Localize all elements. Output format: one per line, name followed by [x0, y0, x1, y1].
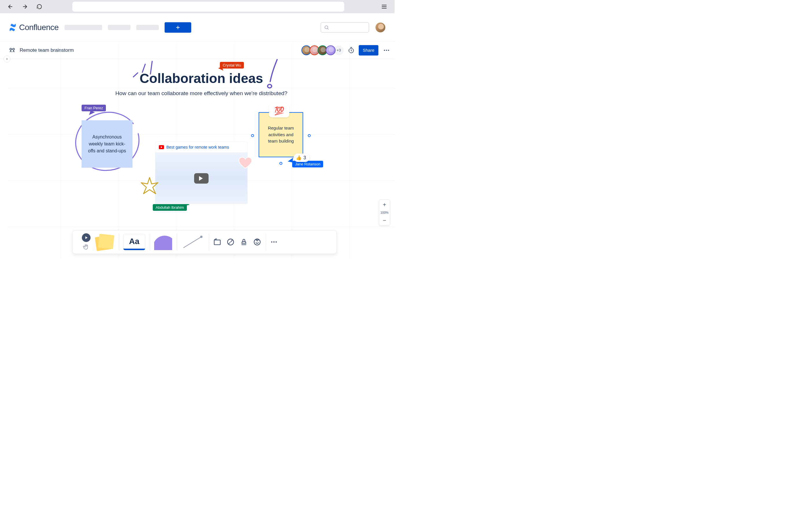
chevron-right-icon	[5, 57, 9, 61]
pointer-tool[interactable]	[82, 233, 91, 242]
confluence-logo[interactable]: Confluence	[9, 23, 59, 32]
browser-menu-button[interactable]	[379, 2, 389, 11]
smart-section-icon[interactable]	[227, 238, 234, 246]
thumbs-up-icon: 👍	[296, 155, 302, 161]
board-subtitle[interactable]: How can our team collaborate more effect…	[115, 90, 288, 97]
hundred-sticker[interactable]: 💯	[269, 104, 289, 117]
svg-point-0	[325, 26, 328, 29]
sticky-note-yellow-selected[interactable]: 💯 Regular team activities and team build…	[259, 112, 303, 157]
svg-point-13	[254, 239, 260, 245]
video-title: Best games for remote work teams	[166, 145, 229, 149]
confluence-wordmark: Confluence	[19, 23, 59, 32]
stamp-tool-icon[interactable]	[240, 238, 248, 246]
selection-handle[interactable]	[279, 162, 282, 165]
search-icon	[324, 25, 329, 30]
reaction-count: 3	[304, 155, 306, 161]
selection-handle[interactable]	[308, 134, 311, 137]
sticky-note-tool[interactable]	[96, 234, 114, 250]
star-decoration	[140, 176, 160, 196]
browser-forward-button[interactable]	[20, 2, 30, 11]
nav-placeholder	[136, 25, 159, 30]
svg-point-16	[275, 242, 277, 243]
browser-reload-button[interactable]	[35, 2, 44, 11]
board-title[interactable]: Collaboration ideas	[140, 70, 263, 86]
exclamation-decoration	[266, 58, 280, 90]
sticky-note-blue[interactable]: Asynchronous weekly team kick-offs and s…	[82, 120, 132, 168]
confluence-icon	[9, 23, 17, 32]
sticky-note-yellow[interactable]: Regular team activities and team buildin…	[259, 112, 303, 157]
svg-rect-11	[214, 240, 221, 245]
more-tools-icon[interactable]	[270, 238, 278, 246]
collaborator-cursor-tag: Crystal Wu	[220, 62, 244, 68]
selection-handle[interactable]	[251, 134, 254, 137]
zoom-level[interactable]: 100%	[380, 210, 389, 215]
nav-placeholder	[65, 25, 102, 30]
create-button[interactable]	[165, 22, 191, 33]
whiteboard-toolbar: Aa	[72, 230, 337, 254]
reaction-badge[interactable]: 👍 3	[294, 153, 310, 162]
collaborator-cursor-tag: Abdullah Ibrahim	[153, 204, 187, 211]
browser-url-bar[interactable]	[72, 2, 344, 12]
section-tool-icon[interactable]	[213, 238, 221, 246]
plus-icon	[175, 24, 181, 30]
svg-line-9	[183, 237, 201, 248]
search-input[interactable]	[321, 22, 369, 33]
nav-placeholder	[108, 25, 130, 30]
video-thumbnail[interactable]	[155, 152, 247, 204]
expand-sidebar-button[interactable]	[3, 55, 11, 63]
svg-point-14	[271, 242, 272, 243]
youtube-icon	[159, 145, 164, 149]
profile-avatar[interactable]	[375, 22, 386, 33]
zoom-out-button[interactable]: −	[379, 215, 390, 225]
heart-sticker[interactable]	[238, 157, 252, 169]
browser-chrome	[0, 0, 394, 13]
collaborator-cursor-tag: Fran Perez	[82, 105, 106, 111]
text-tool[interactable]: Aa	[123, 234, 145, 250]
sticker-tool-icon[interactable]	[253, 238, 261, 246]
line-tool[interactable]	[181, 234, 204, 250]
whiteboard-canvas[interactable]: Collaboration ideas How can our team col…	[8, 44, 394, 259]
play-button[interactable]	[194, 173, 209, 184]
hand-tool[interactable]	[83, 244, 90, 251]
svg-point-10	[200, 236, 202, 238]
browser-back-button[interactable]	[6, 2, 15, 11]
shape-tool[interactable]	[154, 234, 172, 250]
svg-point-7	[268, 84, 272, 88]
line-icon	[181, 234, 204, 250]
svg-point-15	[273, 242, 275, 243]
video-header: Best games for remote work teams	[155, 142, 247, 152]
zoom-in-button[interactable]: +	[379, 200, 390, 210]
top-nav: Confluence	[0, 13, 394, 41]
video-embed[interactable]: Best games for remote work teams	[155, 142, 248, 204]
play-icon	[84, 236, 88, 240]
zoom-controls: + 100% −	[379, 199, 390, 226]
